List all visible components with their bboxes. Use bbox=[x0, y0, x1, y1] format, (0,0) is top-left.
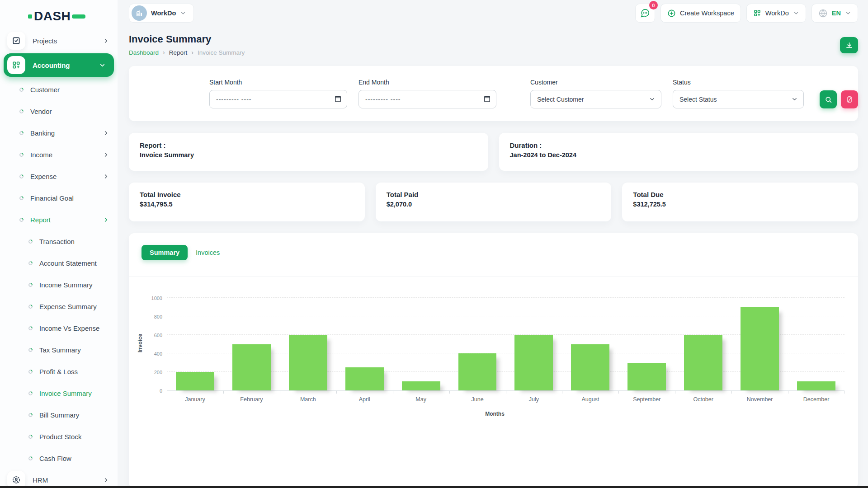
sidebar-item-profit-loss[interactable]: Profit & Loss bbox=[0, 361, 118, 382]
logo-dash-bar bbox=[72, 14, 85, 19]
sidebar-item-product-stock[interactable]: Product Stock bbox=[0, 426, 118, 447]
calendar-icon[interactable] bbox=[483, 95, 491, 103]
customer-field: Customer Select Customer bbox=[530, 79, 661, 108]
status-select-value: Select Status bbox=[679, 96, 717, 103]
sidebar-menu: ProjectsAccountingCustomerVendorBankingI… bbox=[0, 30, 118, 488]
bar-may[interactable] bbox=[402, 381, 440, 391]
app-menu-label: WorkDo bbox=[765, 9, 789, 17]
chevron-right-icon bbox=[103, 216, 109, 223]
language-selector[interactable]: EN bbox=[811, 4, 858, 23]
chevron-right-icon bbox=[103, 477, 109, 483]
sidebar: DASH ProjectsAccountingCustomerVendorBan… bbox=[0, 0, 118, 488]
total-invoice-value: $314,795.5 bbox=[140, 201, 354, 208]
bar-march[interactable] bbox=[289, 335, 327, 390]
dash-logo[interactable]: DASH bbox=[28, 9, 118, 23]
sidebar-item-financial-goal[interactable]: Financial Goal bbox=[0, 187, 118, 209]
sidebar-item-tax-summary[interactable]: Tax Summary bbox=[0, 339, 118, 361]
sidebar-item-expense[interactable]: Expense bbox=[0, 165, 118, 187]
total-due-value: $312,725.5 bbox=[633, 201, 847, 208]
bar-september[interactable] bbox=[627, 363, 666, 391]
workspace-selector[interactable]: WorkDo bbox=[129, 4, 194, 23]
download-button[interactable] bbox=[840, 37, 858, 53]
sidebar-item-projects[interactable]: Projects bbox=[0, 30, 118, 52]
breadcrumb-invoice-summary: Invoice Summary bbox=[198, 49, 245, 56]
bar-april[interactable] bbox=[345, 367, 384, 390]
bullet-icon bbox=[28, 434, 33, 440]
duration-card: Duration : Jan-2024 to Dec-2024 bbox=[499, 133, 859, 171]
x-tick-label: May bbox=[415, 396, 426, 403]
end-month-input[interactable] bbox=[359, 90, 496, 108]
messages-button[interactable]: 0 bbox=[635, 4, 655, 23]
bar-july[interactable] bbox=[514, 335, 553, 390]
sidebar-item-hrm[interactable]: HRM bbox=[0, 469, 118, 488]
screen-bottom-edge bbox=[0, 486, 868, 488]
sidebar-item-income-vs-expense[interactable]: Income Vs Expense bbox=[0, 317, 118, 339]
chart-plot bbox=[167, 295, 844, 391]
sidebar-item-income-summary[interactable]: Income Summary bbox=[0, 274, 118, 296]
bullet-icon bbox=[19, 174, 24, 179]
status-select[interactable]: Select Status bbox=[673, 90, 804, 108]
bar-december[interactable] bbox=[797, 381, 835, 391]
breadcrumb: Dashboard›Report›Invoice Summary bbox=[129, 49, 245, 56]
breadcrumb-dashboard[interactable]: Dashboard bbox=[129, 49, 159, 56]
bar-slot bbox=[449, 295, 506, 390]
create-workspace-button[interactable]: Create Workspace bbox=[660, 4, 741, 23]
x-tick-label: July bbox=[529, 396, 539, 403]
chevron-down-icon bbox=[845, 10, 851, 16]
sidebar-item-vendor[interactable]: Vendor bbox=[0, 100, 118, 122]
grid-plus-icon bbox=[753, 9, 761, 17]
total-invoice-card: Total Invoice $314,795.5 bbox=[129, 183, 365, 221]
x-tick-label: February bbox=[240, 396, 263, 403]
total-paid-value: $2,070.0 bbox=[387, 201, 601, 208]
reset-button[interactable] bbox=[841, 90, 858, 108]
sidebar-item-bill-summary[interactable]: Bill Summary bbox=[0, 404, 118, 426]
messages-count-badge: 0 bbox=[649, 1, 658, 9]
sidebar-item-expense-summary[interactable]: Expense Summary bbox=[0, 296, 118, 317]
customer-select[interactable]: Select Customer bbox=[530, 90, 661, 108]
chevron-down-icon bbox=[649, 96, 656, 103]
sidebar-item-invoice-summary[interactable]: Invoice Summary bbox=[0, 382, 118, 404]
breadcrumb-report[interactable]: Report bbox=[169, 49, 188, 56]
calendar-icon[interactable] bbox=[334, 95, 342, 103]
sidebar-item-report[interactable]: Report bbox=[0, 209, 118, 230]
bar-november[interactable] bbox=[741, 307, 779, 391]
sidebar-item-transaction[interactable]: Transaction bbox=[0, 230, 118, 252]
status-field: Status Select Status bbox=[673, 79, 804, 108]
sidebar-item-label: Report bbox=[30, 216, 103, 224]
sidebar-item-account-statement[interactable]: Account Statement bbox=[0, 252, 118, 274]
tab-summary[interactable]: Summary bbox=[142, 245, 188, 260]
start-month-input[interactable] bbox=[209, 90, 347, 108]
bar-october[interactable] bbox=[684, 335, 722, 390]
status-label: Status bbox=[673, 79, 804, 86]
sidebar-item-label: Customer bbox=[30, 86, 109, 94]
customer-select-value: Select Customer bbox=[537, 96, 584, 103]
x-tick-label: December bbox=[803, 396, 830, 403]
bar-february[interactable] bbox=[232, 344, 271, 391]
sidebar-item-banking[interactable]: Banking bbox=[0, 122, 118, 144]
chevron-right-icon bbox=[103, 151, 109, 158]
workspace-avatar bbox=[132, 5, 147, 21]
tab-invoices[interactable]: Invoices bbox=[194, 245, 222, 260]
sidebar-item-customer[interactable]: Customer bbox=[0, 79, 118, 100]
sidebar-item-label: HRM bbox=[33, 476, 103, 484]
bar-slot bbox=[223, 295, 280, 390]
duration-card-title: Duration : bbox=[510, 141, 848, 149]
sidebar-item-accounting[interactable]: Accounting bbox=[4, 53, 114, 77]
bar-august[interactable] bbox=[571, 344, 609, 391]
summary-info-row: Report : Invoice Summary Duration : Jan-… bbox=[129, 133, 858, 171]
total-paid-label: Total Paid bbox=[387, 191, 601, 198]
bar-january[interactable] bbox=[176, 372, 214, 390]
total-due-label: Total Due bbox=[633, 191, 847, 198]
bar-slot bbox=[788, 295, 844, 390]
search-button[interactable] bbox=[820, 90, 837, 108]
app-menu-button[interactable]: WorkDo bbox=[746, 4, 806, 23]
sidebar-item-cash-flow[interactable]: Cash Flow bbox=[0, 447, 118, 469]
clear-slash-icon bbox=[846, 96, 853, 103]
sidebar-item-label: Expense Summary bbox=[39, 303, 109, 310]
bar-slot bbox=[731, 295, 788, 390]
sidebar-item-income[interactable]: Income bbox=[0, 144, 118, 165]
bar-june[interactable] bbox=[458, 353, 497, 390]
search-icon bbox=[825, 96, 832, 103]
bullet-icon bbox=[19, 217, 24, 223]
grid-plus-icon bbox=[7, 56, 25, 74]
